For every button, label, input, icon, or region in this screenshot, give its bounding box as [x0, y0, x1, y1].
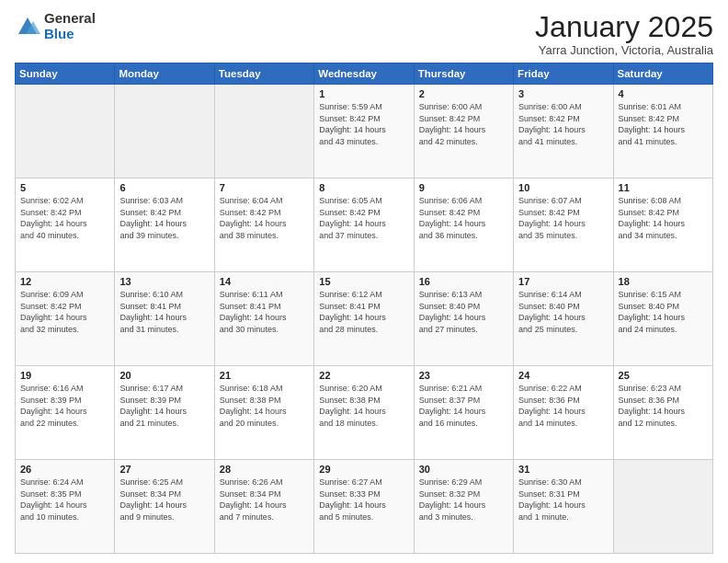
calendar-week-row: 12Sunrise: 6:09 AM Sunset: 8:42 PM Dayli…	[16, 272, 713, 366]
day-number: 17	[518, 276, 608, 287]
table-row: 13Sunrise: 6:10 AM Sunset: 8:41 PM Dayli…	[115, 272, 214, 366]
day-number: 25	[619, 370, 708, 381]
day-number: 6	[119, 182, 209, 193]
calendar-week-row: 5Sunrise: 6:02 AM Sunset: 8:42 PM Daylig…	[16, 178, 713, 272]
table-row: 15Sunrise: 6:12 AM Sunset: 8:41 PM Dayli…	[314, 272, 414, 366]
day-number: 5	[20, 182, 109, 193]
day-number: 3	[518, 88, 608, 99]
day-number: 16	[419, 276, 508, 287]
day-number: 15	[319, 276, 408, 287]
day-info: Sunrise: 6:00 AM Sunset: 8:42 PM Dayligh…	[518, 101, 608, 147]
logo: General Blue	[15, 11, 96, 41]
day-info: Sunrise: 6:18 AM Sunset: 8:38 PM Dayligh…	[220, 383, 309, 429]
table-row: 16Sunrise: 6:13 AM Sunset: 8:40 PM Dayli…	[414, 272, 513, 366]
day-info: Sunrise: 6:06 AM Sunset: 8:42 PM Dayligh…	[419, 195, 508, 241]
day-info: Sunrise: 6:30 AM Sunset: 8:31 PM Dayligh…	[518, 477, 608, 523]
logo-icon	[15, 14, 40, 40]
day-number: 26	[20, 464, 109, 475]
day-info: Sunrise: 6:09 AM Sunset: 8:42 PM Dayligh…	[20, 289, 109, 335]
day-number: 19	[20, 370, 109, 381]
table-row: 23Sunrise: 6:21 AM Sunset: 8:37 PM Dayli…	[414, 366, 513, 460]
calendar-week-row: 1Sunrise: 5:59 AM Sunset: 8:42 PM Daylig…	[16, 85, 713, 178]
day-number: 22	[319, 370, 408, 381]
day-info: Sunrise: 6:12 AM Sunset: 8:41 PM Dayligh…	[319, 289, 408, 335]
day-info: Sunrise: 6:27 AM Sunset: 8:33 PM Dayligh…	[319, 477, 408, 523]
table-row: 27Sunrise: 6:25 AM Sunset: 8:34 PM Dayli…	[115, 460, 214, 554]
day-info: Sunrise: 6:20 AM Sunset: 8:38 PM Dayligh…	[319, 383, 408, 429]
day-info: Sunrise: 6:01 AM Sunset: 8:42 PM Dayligh…	[619, 101, 708, 147]
table-row: 4Sunrise: 6:01 AM Sunset: 8:42 PM Daylig…	[613, 85, 712, 178]
day-info: Sunrise: 6:05 AM Sunset: 8:42 PM Dayligh…	[319, 195, 408, 241]
day-number: 12	[20, 276, 109, 287]
table-row	[115, 85, 214, 178]
table-row: 6Sunrise: 6:03 AM Sunset: 8:42 PM Daylig…	[115, 178, 214, 272]
day-number: 8	[319, 182, 408, 193]
table-row: 20Sunrise: 6:17 AM Sunset: 8:39 PM Dayli…	[115, 366, 214, 460]
table-row: 17Sunrise: 6:14 AM Sunset: 8:40 PM Dayli…	[514, 272, 613, 366]
day-number: 20	[119, 370, 209, 381]
header-friday: Friday	[514, 63, 613, 85]
day-number: 13	[119, 276, 209, 287]
weekday-header-row: Sunday Monday Tuesday Wednesday Thursday…	[16, 63, 713, 85]
header-wednesday: Wednesday	[314, 63, 414, 85]
day-info: Sunrise: 6:23 AM Sunset: 8:36 PM Dayligh…	[619, 383, 708, 429]
title-block: January 2025 Yarra Junction, Victoria, A…	[535, 11, 713, 57]
table-row: 1Sunrise: 5:59 AM Sunset: 8:42 PM Daylig…	[314, 85, 414, 178]
header-sunday: Sunday	[16, 63, 115, 85]
table-row: 7Sunrise: 6:04 AM Sunset: 8:42 PM Daylig…	[214, 178, 313, 272]
header-thursday: Thursday	[414, 63, 513, 85]
day-number: 11	[619, 182, 708, 193]
day-number: 27	[119, 464, 209, 475]
day-number: 31	[518, 464, 608, 475]
day-number: 2	[419, 88, 508, 99]
day-number: 21	[220, 370, 309, 381]
table-row: 21Sunrise: 6:18 AM Sunset: 8:38 PM Dayli…	[214, 366, 313, 460]
table-row	[613, 460, 712, 554]
table-row: 2Sunrise: 6:00 AM Sunset: 8:42 PM Daylig…	[414, 85, 513, 178]
table-row	[214, 85, 313, 178]
logo-text: General Blue	[44, 11, 96, 41]
logo-general: General	[44, 11, 96, 27]
table-row: 12Sunrise: 6:09 AM Sunset: 8:42 PM Dayli…	[16, 272, 115, 366]
calendar-week-row: 26Sunrise: 6:24 AM Sunset: 8:35 PM Dayli…	[16, 460, 713, 554]
day-info: Sunrise: 6:04 AM Sunset: 8:42 PM Dayligh…	[220, 195, 309, 241]
day-info: Sunrise: 5:59 AM Sunset: 8:42 PM Dayligh…	[319, 101, 408, 147]
header-monday: Monday	[115, 63, 214, 85]
day-info: Sunrise: 6:03 AM Sunset: 8:42 PM Dayligh…	[119, 195, 209, 241]
table-row: 3Sunrise: 6:00 AM Sunset: 8:42 PM Daylig…	[514, 85, 613, 178]
day-number: 10	[518, 182, 608, 193]
table-row: 30Sunrise: 6:29 AM Sunset: 8:32 PM Dayli…	[414, 460, 513, 554]
table-row: 31Sunrise: 6:30 AM Sunset: 8:31 PM Dayli…	[514, 460, 613, 554]
day-info: Sunrise: 6:21 AM Sunset: 8:37 PM Dayligh…	[419, 383, 508, 429]
day-info: Sunrise: 6:16 AM Sunset: 8:39 PM Dayligh…	[20, 383, 109, 429]
table-row: 9Sunrise: 6:06 AM Sunset: 8:42 PM Daylig…	[414, 178, 513, 272]
day-info: Sunrise: 6:08 AM Sunset: 8:42 PM Dayligh…	[619, 195, 708, 241]
day-info: Sunrise: 6:15 AM Sunset: 8:40 PM Dayligh…	[619, 289, 708, 335]
table-row: 14Sunrise: 6:11 AM Sunset: 8:41 PM Dayli…	[214, 272, 313, 366]
day-info: Sunrise: 6:22 AM Sunset: 8:36 PM Dayligh…	[518, 383, 608, 429]
page: General Blue January 2025 Yarra Junction…	[0, 0, 728, 563]
table-row: 24Sunrise: 6:22 AM Sunset: 8:36 PM Dayli…	[514, 366, 613, 460]
day-number: 1	[319, 88, 408, 99]
table-row: 18Sunrise: 6:15 AM Sunset: 8:40 PM Dayli…	[613, 272, 712, 366]
table-row: 28Sunrise: 6:26 AM Sunset: 8:34 PM Dayli…	[214, 460, 313, 554]
table-row: 29Sunrise: 6:27 AM Sunset: 8:33 PM Dayli…	[314, 460, 414, 554]
day-number: 29	[319, 464, 408, 475]
day-info: Sunrise: 6:24 AM Sunset: 8:35 PM Dayligh…	[20, 477, 109, 523]
table-row	[16, 85, 115, 178]
table-row: 26Sunrise: 6:24 AM Sunset: 8:35 PM Dayli…	[16, 460, 115, 554]
header-tuesday: Tuesday	[214, 63, 313, 85]
day-info: Sunrise: 6:11 AM Sunset: 8:41 PM Dayligh…	[220, 289, 309, 335]
table-row: 19Sunrise: 6:16 AM Sunset: 8:39 PM Dayli…	[16, 366, 115, 460]
header-saturday: Saturday	[613, 63, 712, 85]
table-row: 22Sunrise: 6:20 AM Sunset: 8:38 PM Dayli…	[314, 366, 414, 460]
day-number: 7	[220, 182, 309, 193]
table-row: 8Sunrise: 6:05 AM Sunset: 8:42 PM Daylig…	[314, 178, 414, 272]
calendar-location: Yarra Junction, Victoria, Australia	[535, 43, 713, 57]
calendar-title: January 2025	[535, 11, 713, 43]
day-info: Sunrise: 6:29 AM Sunset: 8:32 PM Dayligh…	[419, 477, 508, 523]
logo-blue: Blue	[44, 27, 96, 42]
day-number: 24	[518, 370, 608, 381]
day-info: Sunrise: 6:14 AM Sunset: 8:40 PM Dayligh…	[518, 289, 608, 335]
day-info: Sunrise: 6:17 AM Sunset: 8:39 PM Dayligh…	[119, 383, 209, 429]
